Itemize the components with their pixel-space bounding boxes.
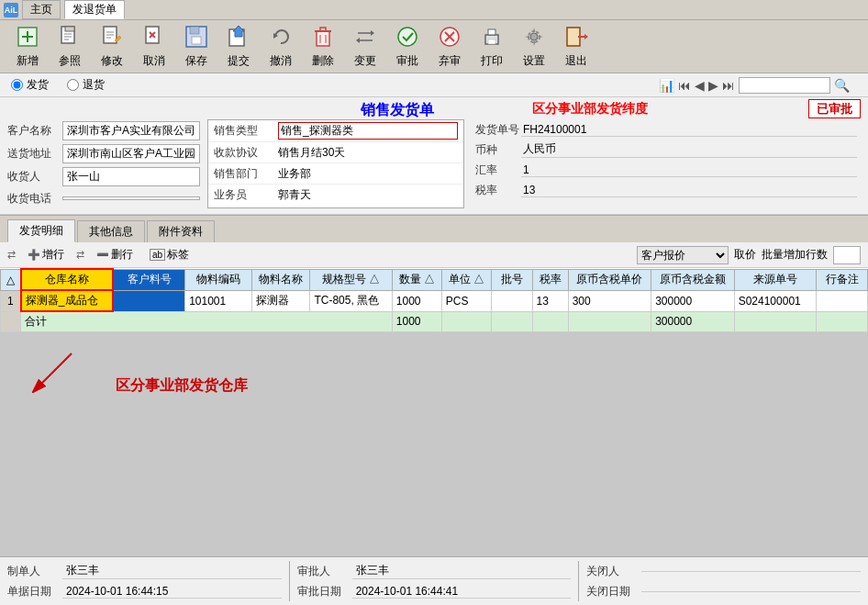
- price-dropdown[interactable]: 客户报价: [637, 246, 729, 264]
- table-header-row: △ 仓库名称 客户料号 物料编码 物料名称 规格型号 △ 数量 △ 单位 △ 批…: [1, 269, 868, 290]
- svg-rect-33: [488, 29, 495, 35]
- footer-right: 关闭人 关闭日期: [586, 561, 861, 601]
- radio-row: 发货 退货 📊 ⏮ ◀ ▶ ⏭ 🔍: [0, 73, 868, 97]
- th-warehouse: 仓库名称: [21, 269, 114, 290]
- svg-point-35: [530, 33, 538, 40]
- bottom-area: 区分事业部发货仓库: [0, 332, 868, 556]
- cell-unit: PCS: [441, 290, 491, 311]
- approved-badge: 已审批: [808, 99, 861, 118]
- cell-idx: 1: [1, 290, 21, 311]
- del-row-button[interactable]: ➖ 删行: [92, 245, 138, 264]
- summary-row: 合计 1000 300000: [1, 311, 868, 332]
- ref-button[interactable]: 参照: [50, 22, 90, 69]
- summary-qty: 1000: [392, 311, 441, 332]
- nav-search-btn[interactable]: 🔍: [834, 78, 850, 93]
- submit-button[interactable]: 提交: [218, 22, 259, 69]
- svg-marker-27: [356, 38, 360, 43]
- svg-rect-34: [488, 39, 495, 44]
- get-price-label: 取价: [734, 247, 756, 263]
- svg-point-28: [398, 28, 417, 46]
- form-title: 销售发货单: [361, 101, 434, 120]
- revoke-button[interactable]: 撤消: [261, 22, 301, 69]
- nav-icon-last[interactable]: ⏭: [722, 78, 735, 93]
- annotation-arrow-warehouse: [17, 349, 90, 404]
- th-qty: 数量 △: [392, 269, 441, 290]
- delete-button[interactable]: 删除: [303, 22, 343, 69]
- batch-add-label: 批量增加行数: [762, 247, 828, 263]
- svg-marker-26: [371, 30, 374, 36]
- left-section: 客户名称 深圳市客户A实业有限公司 送货地址 深圳市南山区客户A工业园 收货人 …: [7, 119, 200, 208]
- right-section: 发货单号 FH24100001 币种 人民币 汇率 1 税率 13: [472, 119, 861, 208]
- setting-button[interactable]: 设置: [514, 22, 554, 69]
- abandon-button[interactable]: 弃审: [429, 22, 470, 69]
- svg-rect-37: [567, 28, 580, 46]
- form-section: 销售发货单 区分事业部发货纬度 已审批 客户名称 深圳市客户A实业有限公司 送货…: [0, 97, 868, 215]
- form-subtitle: 区分事业部发货纬度: [532, 101, 648, 116]
- exit-button[interactable]: 退出: [556, 22, 596, 69]
- cell-amount: 300000: [651, 290, 735, 311]
- cell-material-code: 101001: [185, 290, 252, 311]
- cell-customer-code: [113, 290, 184, 311]
- svg-rect-17: [192, 37, 201, 44]
- th-customer-code: 客户料号: [113, 269, 184, 290]
- nav-icon-prev[interactable]: ◀: [695, 78, 705, 93]
- cell-unit-price: 300: [568, 290, 651, 311]
- th-material-code: 物料编码: [185, 269, 252, 290]
- mid-row-0: 销售类型 销售_探测器类: [208, 120, 463, 142]
- th-material-name: 物料名称: [251, 269, 310, 290]
- mid-row-1: 收款协议 销售月结30天: [208, 142, 463, 163]
- cell-material-name: 探测器: [251, 290, 310, 311]
- main-content: 发货 退货 📊 ⏮ ◀ ▶ ⏭ 🔍 销售发货单 区分事业部发货纬度 已审批: [0, 73, 868, 605]
- save-button[interactable]: 保存: [176, 22, 217, 69]
- cell-spec: TC-805, 黑色: [310, 290, 392, 311]
- footer-left: 制单人 张三丰 单据日期 2024-10-01 16:44:15: [7, 561, 282, 601]
- tag-button[interactable]: ab 标签: [145, 245, 194, 264]
- nav-icon-next[interactable]: ▶: [708, 78, 718, 93]
- cell-source-no: S024100001: [734, 290, 816, 311]
- summary-label: 合计: [21, 311, 392, 332]
- cell-batch: [491, 290, 532, 311]
- data-table-wrap: △ 仓库名称 客户料号 物料编码 物料名称 规格型号 △ 数量 △ 单位 △ 批…: [0, 268, 868, 332]
- sales-type-value: 销售_探测器类: [278, 122, 458, 140]
- nav-icon-first[interactable]: ⏮: [678, 78, 691, 93]
- tab-other[interactable]: 其他信息: [77, 220, 145, 242]
- cell-qty: 1000: [392, 290, 441, 311]
- print-button[interactable]: 打印: [472, 22, 512, 69]
- th-idx: △: [1, 269, 21, 290]
- svg-rect-4: [65, 27, 74, 31]
- th-tax-rate: 税率: [532, 269, 568, 290]
- th-batch: 批号: [491, 269, 532, 290]
- new-button[interactable]: 新增: [7, 22, 48, 69]
- th-source-no: 来源单号: [734, 269, 816, 290]
- footer: 制单人 张三丰 单据日期 2024-10-01 16:44:15 审批人 张三丰…: [0, 556, 868, 605]
- edit-button[interactable]: 修改: [92, 22, 132, 69]
- mid-row-3: 业务员 郭青天: [208, 185, 463, 206]
- approve-button[interactable]: 审批: [387, 22, 428, 69]
- nav-icon-table[interactable]: 📊: [659, 78, 674, 93]
- cell-tax-rate: 13: [532, 290, 568, 311]
- footer-mid: 审批人 张三丰 审批日期 2024-10-01 16:44:41: [297, 561, 572, 601]
- th-amount: 原币含税金额: [651, 269, 735, 290]
- toolbar: 新增 参照 修改 取消 保存 提交 撤消: [0, 20, 868, 73]
- summary-unit: [441, 311, 491, 332]
- annotation-warehouse-label: 区分事业部发货仓库: [116, 376, 248, 396]
- tab-attachment[interactable]: 附件资料: [147, 220, 215, 242]
- radio-shiping[interactable]: 发货: [11, 77, 49, 93]
- change-button[interactable]: 变更: [345, 22, 385, 69]
- table-toolbar: ⇄ ➕ 增行 ⇄ ➖ 删行 ab 标签 客户报价 取价 批量增加行数 10: [0, 242, 868, 268]
- app-icon: AiL: [4, 3, 18, 17]
- active-tab[interactable]: 发退货单: [64, 0, 125, 19]
- table-row: 1 探测器_成品仓 101001 探测器 TC-805, 黑色 1000 PCS…: [1, 290, 868, 311]
- batch-count-input[interactable]: 10: [833, 246, 861, 264]
- nav-search-input[interactable]: [739, 77, 830, 94]
- cell-warehouse: 探测器_成品仓: [21, 290, 114, 311]
- add-row-button[interactable]: ➕ 增行: [23, 245, 69, 264]
- th-remark: 行备注: [817, 269, 868, 290]
- cell-remark: [817, 290, 868, 311]
- radio-return[interactable]: 退货: [67, 77, 105, 93]
- tab-detail[interactable]: 发货明细: [7, 219, 75, 242]
- summary-idx: [1, 311, 21, 332]
- th-spec: 规格型号 △: [310, 269, 392, 290]
- home-tab[interactable]: 主页: [22, 0, 61, 19]
- cancel-button[interactable]: 取消: [134, 22, 174, 69]
